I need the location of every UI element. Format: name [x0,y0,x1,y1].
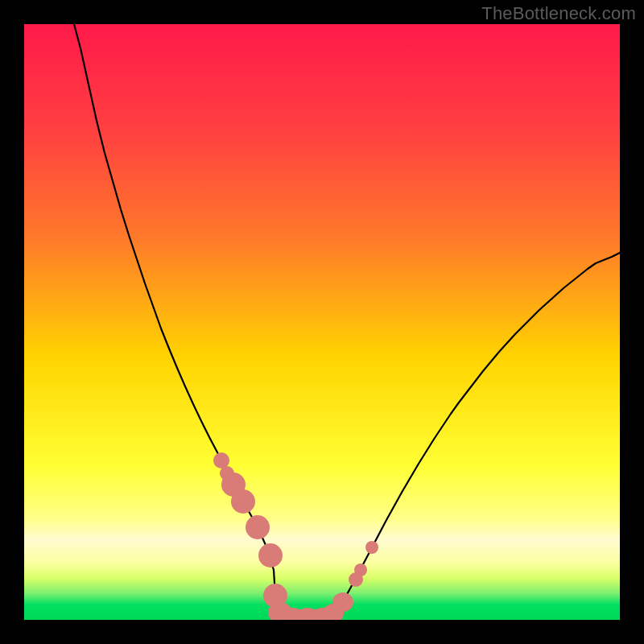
gradient-bg [24,24,620,620]
curve-marker [258,543,283,568]
chart-frame: TheBottleneck.com [0,0,644,644]
curve-marker [231,489,255,514]
watermark-text: TheBottleneck.com [481,3,636,24]
plot-area [24,24,620,620]
chart-svg [24,24,620,620]
curve-marker [246,515,270,539]
curve-marker [332,592,353,612]
curve-marker [365,541,378,554]
curve-marker [354,564,367,576]
